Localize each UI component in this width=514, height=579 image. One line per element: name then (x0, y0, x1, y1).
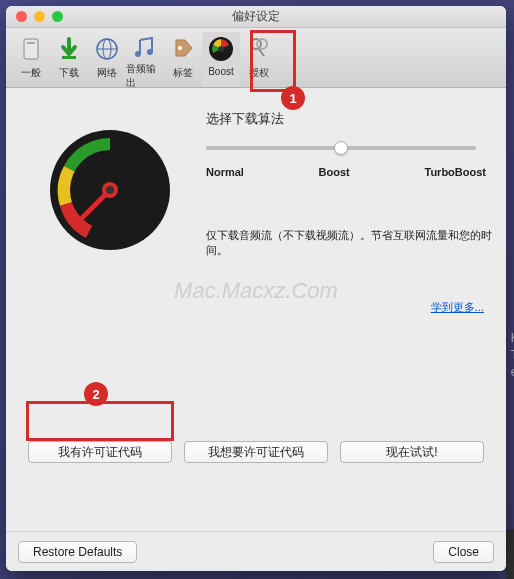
slider-label-turbo: TurboBoost (424, 166, 486, 178)
tab-boost[interactable]: Boost (202, 32, 240, 87)
content-area: 选择下载算法 Normal Boost TurboBoost 仅下载音频流（不下… (6, 88, 506, 531)
minimize-window-icon[interactable] (34, 11, 45, 22)
tag-icon (168, 34, 198, 64)
svg-rect-1 (27, 42, 35, 44)
license-button-row: 我有许可证代码 我想要许可证代码 现在试试! (28, 441, 484, 463)
preferences-window: 偏好设定 一般 下载 网络 音频输出 (6, 6, 506, 571)
want-license-button[interactable]: 我想要许可证代码 (184, 441, 328, 463)
tab-download[interactable]: 下载 (50, 32, 88, 87)
general-icon (16, 34, 46, 64)
zoom-window-icon[interactable] (52, 11, 63, 22)
background-text: K.c Tik ew (511, 330, 514, 380)
footer: Restore Defaults Close (6, 531, 506, 571)
download-icon (54, 34, 84, 64)
music-icon (130, 34, 160, 60)
annotation-badge-1: 1 (281, 86, 305, 110)
window-controls (6, 11, 63, 22)
restore-defaults-button[interactable]: Restore Defaults (18, 541, 137, 563)
keys-icon (244, 34, 274, 64)
svg-point-6 (135, 51, 141, 57)
svg-point-8 (178, 46, 182, 50)
annotation-badge-2: 2 (84, 382, 108, 406)
tab-audio[interactable]: 音频输出 (126, 32, 164, 87)
boost-gauge-icon (206, 34, 236, 64)
network-icon (92, 34, 122, 64)
slider-labels: Normal Boost TurboBoost (206, 166, 486, 178)
slider-label-normal: Normal (206, 166, 244, 178)
toolbar: 一般 下载 网络 音频输出 标签 (6, 28, 506, 88)
titlebar: 偏好设定 (6, 6, 506, 28)
slider-label-boost: Boost (319, 166, 350, 178)
svg-point-7 (147, 49, 153, 55)
svg-rect-2 (62, 56, 76, 59)
window-title: 偏好设定 (6, 8, 506, 25)
description-text: 仅下载音频流（不下载视频流）。节省互联网流量和您的时间。 (206, 228, 506, 258)
tab-tags[interactable]: 标签 (164, 32, 202, 87)
gauge-image (46, 126, 174, 257)
learn-more-link[interactable]: 学到更多... (431, 300, 484, 315)
background-bar (506, 529, 514, 579)
section-title: 选择下载算法 (206, 110, 284, 128)
close-window-icon[interactable] (16, 11, 27, 22)
tab-license[interactable]: 授权 (240, 32, 278, 87)
slider-thumb[interactable] (334, 141, 348, 155)
try-now-button[interactable]: 现在试试! (340, 441, 484, 463)
tab-network[interactable]: 网络 (88, 32, 126, 87)
algorithm-slider[interactable] (206, 146, 476, 150)
have-license-button[interactable]: 我有许可证代码 (28, 441, 172, 463)
svg-point-10 (218, 46, 224, 52)
svg-point-18 (106, 186, 114, 194)
tab-general[interactable]: 一般 (12, 32, 50, 87)
close-button[interactable]: Close (433, 541, 494, 563)
